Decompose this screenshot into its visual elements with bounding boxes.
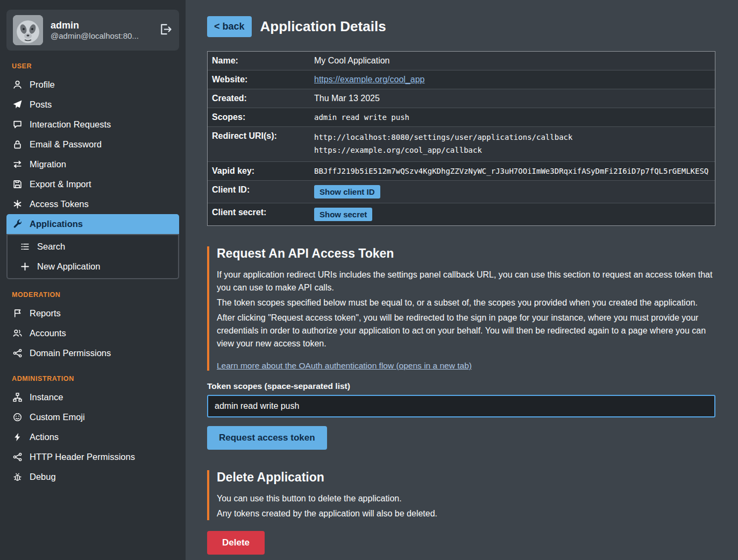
application-details-page: < back Application Details Name: My Cool… [207, 16, 715, 555]
redirect-uri-2: https://example.org/cool_app/callback [314, 144, 709, 157]
share-nodes-icon [12, 452, 23, 462]
page-header: < back Application Details [207, 16, 715, 37]
sidebar-item-email-password[interactable]: Email & Password [6, 134, 179, 154]
detail-row-client-secret: Client secret: Show secret [208, 203, 715, 225]
token-scopes-input[interactable] [207, 395, 715, 417]
lock-icon [12, 140, 23, 149]
sidebar-item-label: Instance [30, 392, 63, 402]
detail-row-vapid-key: Vapid key: BBJffJ219b5iE512m7wQSzv4KgKDh… [208, 162, 715, 181]
detail-row-scopes: Scopes: admin read write push [208, 108, 715, 127]
asterisk-icon [12, 200, 23, 209]
sidebar-item-applications-search[interactable]: Search [8, 237, 178, 257]
show-client-id-button[interactable]: Show client ID [314, 185, 380, 199]
request-access-token-button[interactable]: Request access token [207, 426, 327, 450]
page-title: Application Details [260, 18, 386, 35]
user-handle: @admin@localhost:80... [51, 31, 151, 40]
detail-value: https://example.org/cool_app [309, 70, 715, 89]
token-section-title: Request An API Access Token [217, 246, 715, 261]
avatar [13, 15, 43, 45]
sidebar-item-migration[interactable]: Migration [6, 154, 179, 174]
applications-submenu: Search New Application [6, 234, 179, 279]
detail-value: My Cool Application [309, 52, 715, 70]
detail-value: http://localhost:8080/settings/user/appl… [309, 127, 715, 161]
token-scopes-label: Token scopes (space-separated list) [207, 381, 715, 391]
section-label-user: USER [12, 62, 174, 70]
section-label-moderation: MODERATION [12, 291, 174, 299]
detail-value: Thu Mar 13 2025 [309, 89, 715, 108]
sidebar-item-instance[interactable]: Instance [6, 387, 179, 407]
sidebar-item-applications[interactable]: Applications [6, 214, 179, 234]
sitemap-icon [12, 393, 23, 402]
detail-label: Name: [208, 52, 309, 70]
detail-label: Redirect URI(s): [208, 127, 309, 161]
flag-icon [12, 309, 23, 318]
main-content: < back Application Details Name: My Cool… [186, 0, 738, 560]
sign-out-icon[interactable] [158, 22, 173, 39]
sidebar-item-debug[interactable]: Debug [6, 467, 179, 487]
sidebar-item-http-header-permissions[interactable]: HTTP Header Permissions [6, 447, 179, 467]
detail-row-name: Name: My Cool Application [208, 52, 715, 70]
detail-row-client-id: Client ID: Show client ID [208, 181, 715, 203]
delete-section-title: Delete Application [217, 470, 715, 485]
sidebar-item-label: Applications [30, 219, 83, 229]
sidebar-item-access-tokens[interactable]: Access Tokens [6, 194, 179, 214]
token-section-paragraph: If your application redirect URIs includ… [217, 268, 715, 294]
sidebar-item-new-application[interactable]: New Application [8, 257, 178, 277]
sidebar-item-label: Reports [30, 308, 61, 318]
delete-section-line: Any tokens created by the application wi… [217, 507, 715, 520]
back-button[interactable]: < back [207, 16, 252, 37]
sidebar-item-export-import[interactable]: Export & Import [6, 174, 179, 194]
detail-label: Scopes: [208, 108, 309, 126]
sidebar-item-domain-permissions[interactable]: Domain Permissions [6, 343, 179, 363]
sidebar-item-posts[interactable]: Posts [6, 95, 179, 115]
application-details-table: Name: My Cool Application Website: https… [207, 51, 715, 226]
bug-icon [12, 472, 23, 481]
token-section-paragraph: After clicking "Request access token", y… [217, 311, 715, 350]
sidebar-item-label: Interaction Requests [30, 119, 111, 130]
sidebar-item-label: Access Tokens [30, 199, 89, 209]
delete-section-intro: Delete Application You can use this butt… [207, 470, 715, 520]
sidebar-item-custom-emoji[interactable]: Custom Emoji [6, 407, 179, 427]
redirect-uri-1: http://localhost:8080/settings/user/appl… [314, 131, 709, 144]
plus-icon [19, 262, 30, 271]
sidebar-item-label: Debug [30, 472, 56, 482]
detail-label: Created: [208, 89, 309, 108]
token-section-paragraph: The token scopes specified below must be… [217, 296, 715, 309]
sidebar-item-label: Actions [30, 432, 59, 442]
sidebar-item-label: Profile [30, 80, 55, 90]
comment-icon [12, 120, 23, 129]
sidebar-item-profile[interactable]: Profile [6, 75, 179, 95]
sidebar-item-reports[interactable]: Reports [6, 303, 179, 323]
sidebar-item-actions[interactable]: Actions [6, 427, 179, 447]
sidebar-item-label: Posts [30, 100, 52, 110]
token-section: Request An API Access Token If your appl… [207, 246, 715, 450]
sidebar-item-label: Migration [30, 159, 66, 169]
bolt-icon [12, 433, 23, 442]
user-card-text: admin @admin@localhost:80... [51, 20, 151, 40]
sidebar-item-label: New Application [37, 261, 100, 272]
detail-value: Show client ID [309, 181, 715, 203]
list-icon [19, 242, 30, 251]
delete-button[interactable]: Delete [207, 531, 265, 555]
sidebar-item-interaction-requests[interactable]: Interaction Requests [6, 115, 179, 134]
detail-value: admin read write push [309, 108, 715, 126]
user-icon [12, 80, 23, 89]
user-card: admin @admin@localhost:80... [6, 10, 179, 51]
username: admin [51, 20, 151, 31]
detail-label: Client ID: [208, 181, 309, 203]
sidebar-item-label: Accounts [30, 328, 66, 338]
oauth-docs-link[interactable]: Learn more about the OAuth authenticatio… [217, 361, 472, 371]
wrench-icon [12, 219, 23, 229]
show-secret-button[interactable]: Show secret [314, 208, 372, 221]
detail-label: Website: [208, 70, 309, 89]
detail-label: Vapid key: [208, 162, 309, 180]
users-icon [12, 329, 23, 338]
sidebar-item-label: Search [37, 242, 65, 252]
website-link[interactable]: https://example.org/cool_app [314, 75, 424, 84]
sidebar-item-label: HTTP Header Permissions [30, 452, 135, 462]
detail-value: Show secret [309, 203, 715, 225]
sidebar-item-accounts[interactable]: Accounts [6, 323, 179, 343]
sidebar: admin @admin@localhost:80... USER Profil… [0, 0, 186, 560]
section-label-administration: ADMINISTRATION [12, 375, 174, 382]
sidebar-item-label: Custom Emoji [30, 412, 85, 422]
